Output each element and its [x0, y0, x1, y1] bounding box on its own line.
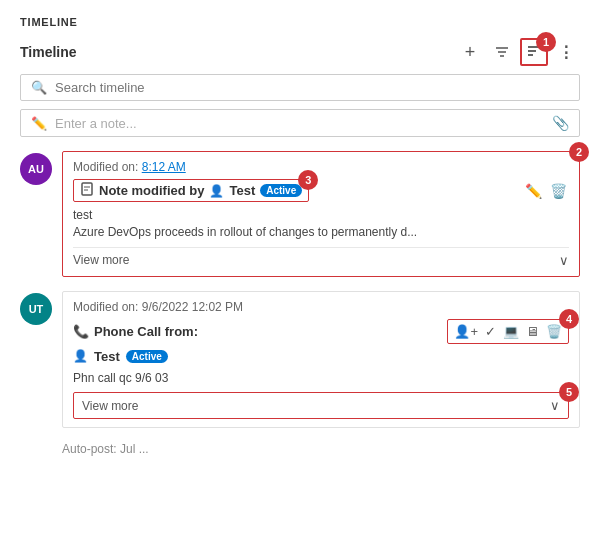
actions-wrapper-2: 👤+ ✓ 💻 🖥 🗑️ 4	[447, 319, 569, 344]
item-actions-1: ✏️ 🗑️	[523, 181, 569, 201]
timeline-container: TIMELINE Timeline +	[0, 0, 600, 472]
search-icon: 🔍	[31, 80, 47, 95]
timeline-header: Timeline + 1 ⋮	[20, 38, 580, 66]
view-more-row-1: View more ∨	[73, 247, 569, 268]
item-body-2: Modified on: 9/6/2022 12:02 PM 📞 Phone C…	[62, 291, 580, 429]
item-body-1: 2 Modified on: 8:12 AM 3 Not	[62, 151, 580, 277]
monitor-icon[interactable]: 🖥	[524, 322, 541, 341]
sort-badge-wrapper: 1	[520, 38, 548, 66]
view-more-btn-1[interactable]: View more	[73, 253, 129, 267]
user-row-2: 👤 Test Active	[73, 349, 569, 364]
item-actions-2: 👤+ ✓ 💻 🖥 🗑️	[447, 319, 569, 344]
avatar-au: AU	[20, 153, 52, 185]
filter-icon	[494, 44, 510, 60]
chevron-down-icon-2[interactable]: ∨	[550, 398, 560, 413]
pencil-icon: ✏️	[31, 116, 47, 131]
user-icon-1: 👤	[209, 184, 224, 198]
modified-label-2: Modified on: 9/6/2022 12:02 PM	[73, 300, 243, 314]
note-placeholder: Enter a note...	[55, 116, 544, 131]
timeline-item-1: AU 2 Modified on: 8:12 AM 3	[20, 151, 580, 277]
modified-on-1: Modified on: 8:12 AM	[73, 160, 569, 174]
active-badge-1: Active	[260, 184, 302, 197]
timeline-actions: + 1 ⋮	[456, 38, 580, 66]
phone-icon: 📞	[73, 324, 89, 339]
item-badge-3: 3	[298, 170, 318, 190]
item-title-2: 📞 Phone Call from:	[73, 324, 198, 339]
timeline-item-2: UT Modified on: 9/6/2022 12:02 PM 📞 Phon…	[20, 291, 580, 429]
timeline-label: Timeline	[20, 44, 77, 60]
modified-time-1[interactable]: 8:12 AM	[142, 160, 186, 174]
avatar-ut: UT	[20, 293, 52, 325]
phone-title-text: Phone Call from:	[94, 324, 198, 339]
content-line2-1: Azure DevOps proceeds in rollout of chan…	[73, 224, 569, 241]
more-button[interactable]: ⋮	[552, 38, 580, 66]
note-title-text: Note modified by	[99, 183, 204, 198]
attach-icon: 📎	[552, 115, 569, 131]
item-badge-5: 5	[559, 382, 579, 402]
filter-button[interactable]	[488, 38, 516, 66]
check-icon[interactable]: ✓	[483, 322, 498, 341]
laptop-icon[interactable]: 💻	[501, 322, 521, 341]
item-title-row-1: 3 Note modified by 👤 Test Active ✏️	[73, 179, 569, 202]
view-more-btn-2[interactable]: View more	[82, 399, 138, 413]
section-title: TIMELINE	[20, 16, 580, 28]
item-content-2: Phn call qc 9/6 03	[73, 370, 569, 387]
sort-badge: 1	[536, 32, 556, 52]
view-more-wrapper-2: View more ∨ 5	[73, 392, 569, 419]
note-bar[interactable]: ✏️ Enter a note... 📎	[20, 109, 580, 137]
item-title-1: 3 Note modified by 👤 Test Active	[73, 179, 309, 202]
item-badge-4: 4	[559, 309, 579, 329]
user-name-2: Test	[94, 349, 120, 364]
content-line1-1: test	[73, 207, 569, 224]
assign-icon[interactable]: 👤+	[452, 322, 480, 341]
user-name-1: Test	[229, 183, 255, 198]
edit-icon-1[interactable]: ✏️	[523, 181, 544, 201]
item-badge-2: 2	[569, 142, 589, 162]
add-button[interactable]: +	[456, 38, 484, 66]
item-content-1: test Azure DevOps proceeds in rollout of…	[73, 207, 569, 241]
svg-rect-6	[82, 183, 92, 195]
auto-post: Auto-post: Jul ...	[20, 442, 580, 456]
chevron-down-icon-1[interactable]: ∨	[559, 253, 569, 268]
active-badge-2: Active	[126, 350, 168, 363]
delete-icon-1[interactable]: 🗑️	[548, 181, 569, 201]
content-line1-2: Phn call qc 9/6 03	[73, 370, 569, 387]
note-icon	[80, 182, 94, 199]
modified-on-2: Modified on: 9/6/2022 12:02 PM	[73, 300, 569, 314]
user-icon-2: 👤	[73, 349, 88, 363]
item-title-row-2: 📞 Phone Call from: 👤+ ✓ 💻 🖥 🗑️ 4	[73, 319, 569, 344]
search-input[interactable]	[55, 80, 569, 95]
view-more-row-2: View more ∨	[73, 392, 569, 419]
search-bar: 🔍	[20, 74, 580, 101]
modified-label-1: Modified on:	[73, 160, 138, 174]
